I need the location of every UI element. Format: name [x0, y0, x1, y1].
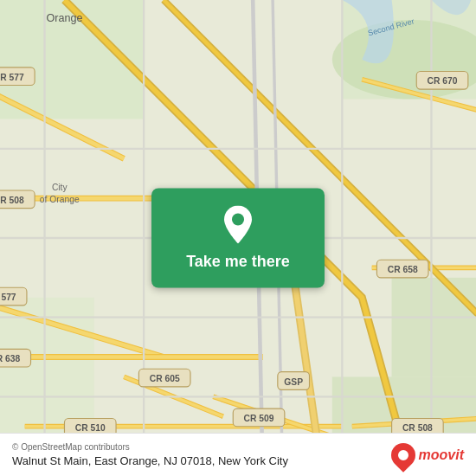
svg-text:CR 605: CR 605: [150, 374, 180, 383]
take-me-there-button[interactable]: Take me there: [151, 189, 325, 288]
svg-text:CR 508: CR 508: [0, 196, 24, 205]
location-pin-icon: [222, 206, 254, 244]
svg-point-42: [232, 214, 244, 226]
svg-text:CR 658: CR 658: [388, 265, 418, 274]
map-container: CR 577 CR 508 CR 577 CR 638 CR 605 CR 51…: [0, 0, 476, 476]
moovit-brand-text: moovit: [419, 447, 464, 463]
svg-text:CR 510: CR 510: [75, 423, 106, 433]
svg-text:CR 509: CR 509: [244, 414, 274, 423]
svg-text:Orange: Orange: [46, 12, 82, 24]
moovit-pin-icon: [386, 438, 421, 473]
svg-text:CR 577: CR 577: [0, 73, 24, 82]
moovit-logo: moovit: [391, 443, 464, 467]
map-attribution: © OpenStreetMap contributors: [12, 442, 288, 452]
svg-text:GSP: GSP: [284, 377, 303, 387]
svg-text:CR 638: CR 638: [0, 354, 20, 363]
svg-text:City: City: [52, 183, 68, 192]
svg-rect-4: [392, 278, 476, 377]
bottom-left: © OpenStreetMap contributors Walnut St M…: [12, 442, 288, 467]
svg-text:of Orange: of Orange: [40, 195, 80, 204]
svg-text:CR 670: CR 670: [428, 76, 458, 86]
svg-text:CR 577: CR 577: [0, 293, 16, 302]
svg-text:CR 508: CR 508: [402, 423, 433, 433]
location-text: Walnut St Main, East Orange, NJ 07018, N…: [12, 454, 288, 467]
take-me-there-label: Take me there: [186, 253, 290, 271]
bottom-bar: © OpenStreetMap contributors Walnut St M…: [0, 433, 476, 476]
